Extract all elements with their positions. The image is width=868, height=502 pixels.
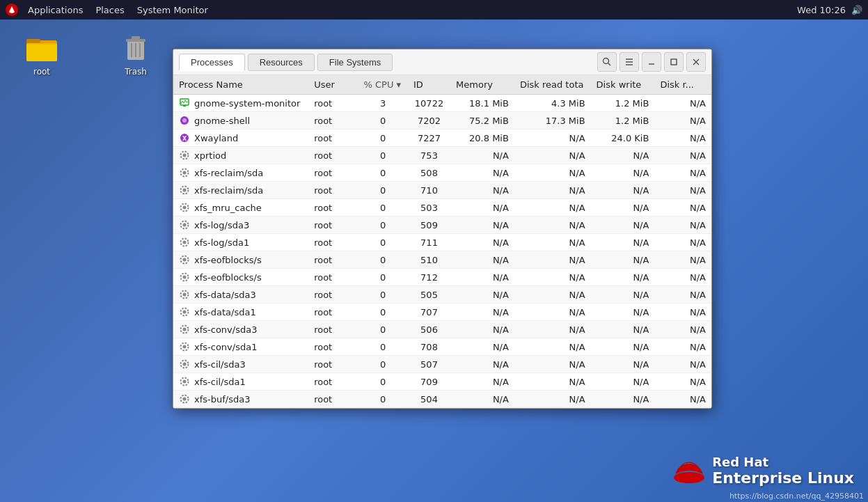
process-disk-write: N/A bbox=[591, 217, 655, 234]
clock-display: Wed 10:26 bbox=[797, 5, 846, 15]
applications-menu[interactable]: Applications bbox=[22, 3, 88, 17]
table-row[interactable]: xfs-cil/sda1 root 0 709 N/A N/A N/A N/A bbox=[173, 373, 711, 391]
table-row[interactable]: xprtiod root 0 753 N/A N/A N/A N/A bbox=[173, 147, 711, 164]
table-row[interactable]: xfs-eofblocks/s root 0 712 N/A N/A N/A N… bbox=[173, 269, 711, 286]
col-header-cpu[interactable]: % CPU ▾ bbox=[358, 75, 408, 95]
table-row[interactable]: xfs-eofblocks/s root 0 510 N/A N/A N/A N… bbox=[173, 251, 711, 269]
process-name-cell: xfs-reclaim/sda bbox=[173, 182, 308, 199]
process-disk-r: N/A bbox=[654, 251, 711, 269]
process-disk-read: N/A bbox=[514, 338, 591, 356]
table-row[interactable]: gnome-shell root 0 7202 75.2 MiB 17.3 Mi… bbox=[173, 112, 711, 130]
table-row[interactable]: xfs_mru_cache root 0 503 N/A N/A N/A N/A bbox=[173, 199, 711, 217]
process-id: 506 bbox=[408, 321, 450, 338]
process-table: Process Name User % CPU ▾ ID Memory Disk… bbox=[173, 75, 711, 408]
gear-icon bbox=[179, 289, 190, 300]
table-row[interactable]: xfs-log/sda3 root 0 509 N/A N/A N/A N/A bbox=[173, 217, 711, 234]
table-row[interactable]: xfs-buf/sda3 root 0 504 N/A N/A N/A N/A bbox=[173, 391, 711, 408]
process-disk-read: N/A bbox=[514, 182, 591, 199]
menu-button[interactable] bbox=[620, 52, 639, 72]
minimize-button[interactable] bbox=[642, 52, 661, 72]
table-row[interactable]: X Xwayland root 0 7227 20.8 MiB N/A 24.0… bbox=[173, 130, 711, 147]
process-disk-r: N/A bbox=[654, 147, 711, 164]
svg-rect-3 bbox=[26, 45, 57, 61]
process-user: root bbox=[308, 304, 358, 321]
table-row[interactable]: xfs-data/sda3 root 0 505 N/A N/A N/A N/A bbox=[173, 286, 711, 304]
table-row[interactable]: xfs-cil/sda3 root 0 507 N/A N/A N/A N/A bbox=[173, 356, 711, 373]
search-button[interactable] bbox=[597, 52, 617, 72]
svg-text:X: X bbox=[182, 136, 187, 142]
table-row[interactable]: xfs-reclaim/sda root 0 710 N/A N/A N/A N… bbox=[173, 182, 711, 199]
svg-point-53 bbox=[183, 398, 187, 401]
process-disk-read: N/A bbox=[514, 130, 591, 147]
svg-point-35 bbox=[183, 241, 187, 244]
col-header-user[interactable]: User bbox=[308, 75, 358, 95]
process-user: root bbox=[308, 373, 358, 391]
tab-resources[interactable]: Resources bbox=[248, 54, 315, 71]
process-memory: N/A bbox=[450, 147, 514, 164]
svg-point-41 bbox=[183, 293, 187, 297]
process-user: root bbox=[308, 269, 358, 286]
table-row[interactable]: xfs-conv/sda1 root 0 708 N/A N/A N/A N/A bbox=[173, 338, 711, 356]
col-header-id[interactable]: ID bbox=[408, 75, 450, 95]
table-row[interactable]: gnome-system-monitor root 3 10722 18.1 M… bbox=[173, 95, 711, 112]
process-disk-write: 1.2 MiB bbox=[591, 112, 655, 130]
process-disk-read: N/A bbox=[514, 304, 591, 321]
svg-point-49 bbox=[183, 363, 187, 366]
volume-icon[interactable]: 🔊 bbox=[851, 5, 862, 15]
process-name-cell: xfs-log/sda1 bbox=[173, 234, 308, 251]
process-cpu: 3 bbox=[358, 95, 408, 112]
svg-line-11 bbox=[608, 63, 611, 66]
desktop-icon-root[interactable]: root bbox=[14, 28, 70, 79]
process-disk-read: N/A bbox=[514, 251, 591, 269]
process-user: root bbox=[308, 182, 358, 199]
tab-filesystems[interactable]: File Systems bbox=[317, 54, 393, 71]
process-disk-r: N/A bbox=[654, 95, 711, 112]
process-disk-read: N/A bbox=[514, 286, 591, 304]
gear-icon bbox=[179, 306, 190, 317]
table-row[interactable]: xfs-log/sda1 root 0 711 N/A N/A N/A N/A bbox=[173, 234, 711, 251]
maximize-icon bbox=[670, 58, 677, 65]
process-name: xfs-conv/sda1 bbox=[194, 342, 257, 352]
process-disk-write: N/A bbox=[591, 321, 655, 338]
svg-point-45 bbox=[183, 328, 187, 331]
svg-rect-16 bbox=[671, 59, 677, 65]
process-user: root bbox=[308, 251, 358, 269]
process-name: xfs_mru_cache bbox=[194, 203, 262, 213]
process-name-cell: xfs-data/sda3 bbox=[173, 286, 308, 304]
process-disk-read: N/A bbox=[514, 356, 591, 373]
process-disk-read: N/A bbox=[514, 217, 591, 234]
process-name: xfs-cil/sda3 bbox=[194, 359, 246, 370]
col-header-name[interactable]: Process Name bbox=[173, 75, 308, 95]
process-user: root bbox=[308, 234, 358, 251]
process-user: root bbox=[308, 338, 358, 356]
process-name-cell: X Xwayland bbox=[173, 130, 308, 147]
process-memory: 20.8 MiB bbox=[450, 130, 514, 147]
close-button[interactable] bbox=[686, 52, 706, 72]
process-disk-write: N/A bbox=[591, 182, 655, 199]
process-id: 505 bbox=[408, 286, 450, 304]
process-cpu: 0 bbox=[358, 217, 408, 234]
process-cpu: 0 bbox=[358, 182, 408, 199]
process-cpu: 0 bbox=[358, 356, 408, 373]
tab-processes[interactable]: Processes bbox=[179, 54, 245, 71]
places-menu[interactable]: Places bbox=[90, 3, 129, 17]
table-row[interactable]: xfs-reclaim/sda root 0 508 N/A N/A N/A N… bbox=[173, 164, 711, 182]
desktop-icon-trash[interactable]: Trash bbox=[108, 28, 164, 79]
process-name: xfs-reclaim/sda bbox=[194, 168, 263, 178]
col-header-disk-write[interactable]: Disk write bbox=[591, 75, 655, 95]
table-row[interactable]: xfs-conv/sda3 root 0 506 N/A N/A N/A N/A bbox=[173, 321, 711, 338]
col-header-memory[interactable]: Memory bbox=[450, 75, 514, 95]
process-name: xfs-buf/sda3 bbox=[194, 394, 250, 405]
process-user: root bbox=[308, 164, 358, 182]
shell-icon bbox=[179, 115, 190, 126]
process-id: 10722 bbox=[408, 95, 450, 112]
process-memory: N/A bbox=[450, 234, 514, 251]
system-monitor-menu[interactable]: System Monitor bbox=[132, 3, 214, 17]
process-memory: N/A bbox=[450, 373, 514, 391]
col-header-disk-r[interactable]: Disk r... bbox=[654, 75, 711, 95]
maximize-button[interactable] bbox=[664, 52, 684, 72]
table-row[interactable]: xfs-data/sda1 root 0 707 N/A N/A N/A N/A bbox=[173, 304, 711, 321]
col-header-disk-read[interactable]: Disk read tota bbox=[514, 75, 591, 95]
process-memory: N/A bbox=[450, 338, 514, 356]
process-id: 753 bbox=[408, 147, 450, 164]
